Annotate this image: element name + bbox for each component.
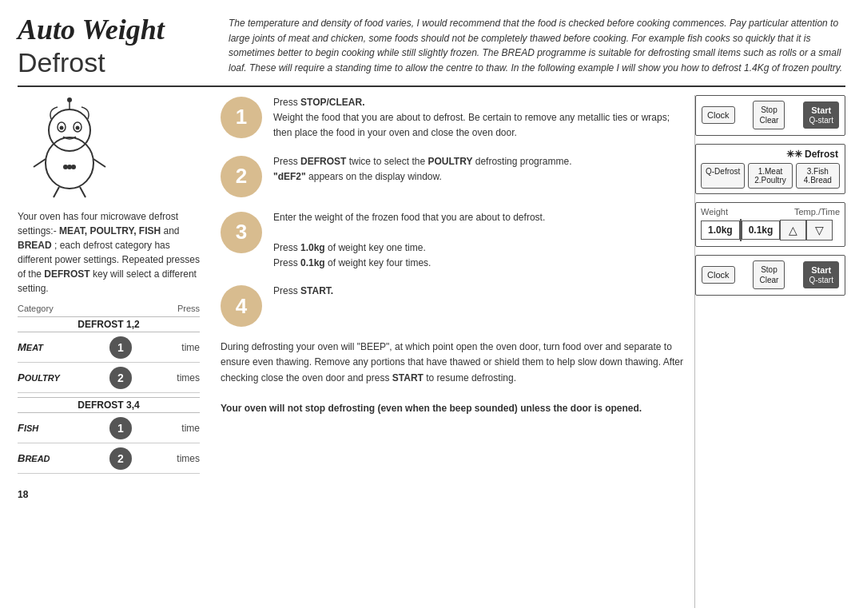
- cat-row-poultry: POULTRY 2 times: [18, 367, 200, 393]
- qstart-label-4: Q-start: [809, 276, 833, 284]
- svg-point-5: [76, 125, 80, 129]
- svg-line-8: [34, 159, 46, 167]
- cat-row-meat: MEAT 1 time: [18, 336, 200, 363]
- bottom-bold2: Your oven will not stop defrosting (even…: [221, 403, 642, 414]
- step-3-circle: 3: [221, 212, 262, 253]
- svg-line-11: [80, 187, 86, 197]
- svg-point-4: [60, 125, 64, 129]
- start-button-1[interactable]: Start Q-start: [803, 101, 839, 129]
- left-column: Your oven has four microwave defrost set…: [18, 95, 209, 608]
- weight-labels: Weight Temp./Time: [701, 207, 840, 217]
- svg-point-14: [71, 165, 76, 169]
- bread-times: times: [168, 453, 200, 464]
- qstart-label-1: Q-start: [809, 116, 833, 125]
- meat-label: MEAT: [18, 341, 74, 353]
- meat-poultry-button[interactable]: 1.Meat2.Poultry: [748, 163, 792, 189]
- stop-label-4: Stop: [761, 265, 777, 274]
- svg-point-1: [49, 109, 90, 151]
- panel-1-row: Clock Stop Clear Start Q-start: [702, 101, 839, 129]
- right-column: Clock Stop Clear Start Q-start ✳✳ Defros…: [695, 95, 845, 608]
- step3-bold1: 1.0kg: [300, 242, 325, 253]
- svg-point-7: [67, 97, 72, 102]
- poultry-label: POULTRY: [18, 372, 74, 384]
- step-1: 1 Press STOP/CLEAR. Weight the food that…: [221, 95, 683, 141]
- header: Auto Weight Defrost The temperature and …: [18, 14, 845, 87]
- start-label-1: Start: [811, 105, 831, 115]
- title-block: Auto Weight Defrost: [18, 14, 209, 77]
- meat-times: time: [168, 342, 200, 353]
- clear-label-1: Clear: [760, 116, 779, 125]
- start-button-4[interactable]: Start Q-start: [803, 261, 839, 288]
- desc-text2: and: [164, 225, 180, 236]
- category-table: Category Press DEFROST 1,2 MEAT 1 time P…: [18, 304, 200, 474]
- bread-circle: 2: [109, 447, 132, 470]
- bottom-text: During defrosting your oven will "BEEP",…: [221, 340, 683, 416]
- step-1-text: Press STOP/CLEAR. Weight the food that y…: [273, 95, 683, 141]
- step-4: 4 Press START.: [221, 284, 683, 327]
- stop-label-1: Stop: [761, 105, 777, 114]
- step2-bold1: DEFROST: [300, 156, 346, 167]
- header-description: The temperature and density of food vari…: [229, 14, 845, 77]
- clock-button-4[interactable]: Clock: [702, 266, 735, 284]
- main-content: Your oven has four microwave defrost set…: [18, 95, 845, 608]
- press-col-label: Press: [177, 304, 200, 313]
- panel-1: Clock Stop Clear Start Q-start: [695, 95, 845, 136]
- poultry-times: times: [168, 372, 200, 384]
- stop-clear-button-1[interactable]: Stop Clear: [753, 101, 785, 129]
- svg-line-9: [93, 159, 105, 167]
- cat-row-bread: BREAD 2 times: [18, 447, 200, 474]
- fish-circle: 1: [109, 417, 132, 439]
- defrost12-label: DEFROST 1,2: [18, 316, 200, 332]
- step1-bold: STOP/CLEAR.: [300, 97, 364, 108]
- step-3-text: Enter the weight of the frozen food that…: [273, 210, 683, 272]
- panel-4: Clock Stop Clear Start Q-start: [695, 255, 845, 296]
- step-2: 2 Press DEFROST twice to select the POUL…: [221, 154, 683, 197]
- meat-circle: 1: [109, 336, 132, 359]
- poultry-circle: 2: [109, 367, 132, 389]
- step-2-circle: 2: [221, 156, 262, 197]
- step-4-text: Press START.: [273, 284, 683, 299]
- step2-bold2: POULTRY: [428, 156, 472, 167]
- step2-quote: "dEF2": [273, 171, 306, 182]
- step-3: 3 Enter the weight of the frozen food th…: [221, 210, 683, 272]
- step-4-circle: 4: [221, 285, 262, 327]
- defrost34-label: DEFROST 3,4: [18, 397, 200, 413]
- cat-header: Category Press: [18, 304, 200, 313]
- left-description: Your oven has four microwave defrost set…: [18, 209, 200, 296]
- svg-point-0: [46, 137, 93, 189]
- panel-4-row: Clock Stop Clear Start Q-start: [702, 260, 839, 289]
- weight-row: 1.0kg 0.1kg △ ▽: [701, 219, 840, 241]
- step4-bold: START.: [300, 285, 333, 296]
- clock-button-1[interactable]: Clock: [702, 106, 735, 124]
- stop-clear-button-4[interactable]: Stop Clear: [753, 260, 785, 289]
- mascot-icon: [18, 95, 121, 199]
- page-title-italic: Auto Weight: [18, 14, 209, 46]
- weight-up-button[interactable]: △: [780, 220, 806, 240]
- defrost-panel: ✳✳ Defrost Q-Defrost 1.Meat2.Poultry 3.F…: [695, 144, 845, 194]
- fish-bread-button[interactable]: 3.Fish4.Bread: [796, 163, 840, 189]
- temp-label: Temp./Time: [794, 207, 840, 217]
- start-label-4: Start: [811, 265, 831, 275]
- defrost-panel-title: ✳✳ Defrost: [701, 149, 840, 160]
- bottom-bold1: START: [392, 372, 424, 384]
- desc-bold1: MEAT, POULTRY, FISH: [59, 225, 161, 236]
- page-title-normal: Defrost: [18, 48, 209, 77]
- desc-bold2: BREAD: [18, 240, 52, 251]
- desc-bold3: DEFROST: [44, 268, 89, 280]
- weight-val-2: 0.1kg: [742, 221, 781, 240]
- page-number: 18: [18, 478, 200, 500]
- step3-bold2: 0.1kg: [300, 257, 325, 268]
- weight-down-button[interactable]: ▽: [806, 220, 833, 240]
- qdefrost-button[interactable]: Q-Defrost: [701, 163, 745, 189]
- bread-label: BREAD: [18, 452, 74, 464]
- fish-times: time: [168, 423, 200, 434]
- weight-panel: Weight Temp./Time 1.0kg 0.1kg △ ▽: [695, 202, 845, 247]
- defrost-panel-row: Q-Defrost 1.Meat2.Poultry 3.Fish4.Bread: [701, 163, 840, 189]
- middle-column: 1 Press STOP/CLEAR. Weight the food that…: [209, 95, 695, 608]
- cat-row-fish: FISH 1 time: [18, 417, 200, 443]
- clear-label-4: Clear: [760, 276, 779, 284]
- category-col-label: Category: [18, 304, 54, 313]
- step-2-text: Press DEFROST twice to select the POULTR…: [273, 154, 683, 185]
- weight-label: Weight: [701, 207, 728, 217]
- svg-line-10: [54, 187, 59, 197]
